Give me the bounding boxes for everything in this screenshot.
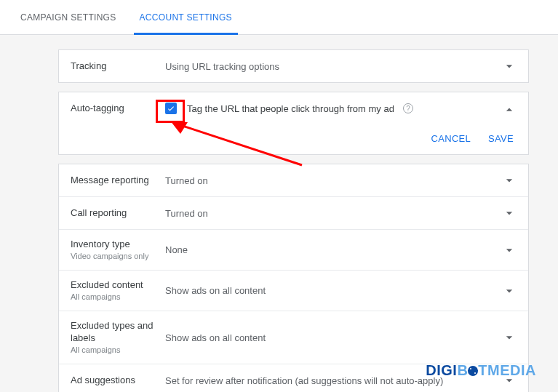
setting-row[interactable]: Message reportingTurned on	[59, 164, 528, 197]
setting-row-value: Turned on	[165, 175, 502, 186]
setting-row-label: Excluded types and labelsAll campaigns	[71, 320, 165, 355]
setting-row-label: Inventory typeVideo campaigns only	[71, 239, 165, 261]
auto-tagging-panel: Auto-tagging Tag the URL that people cli…	[58, 92, 529, 155]
tracking-value: Using URL tracking options	[165, 61, 502, 72]
setting-row[interactable]: Call reportingTurned on	[59, 197, 528, 230]
digibotmedia-logo: DIGIBTMEDIA	[426, 362, 536, 379]
logo-text-tmedia: TMEDIA	[478, 362, 536, 378]
setting-row-label: Message reporting	[71, 175, 165, 187]
setting-row-sublabel: All campaigns	[71, 292, 165, 302]
chevron-down-icon	[502, 173, 517, 188]
settings-tabs: Campaign Settings Account Settings	[0, 0, 558, 35]
setting-row[interactable]: Excluded types and labelsAll campaignsSh…	[59, 311, 528, 364]
tab-account-settings[interactable]: Account Settings	[128, 0, 244, 35]
auto-tagging-checkbox-label: Tag the URL that people click through fr…	[187, 103, 394, 114]
setting-row-sublabel: All campaigns	[71, 345, 165, 355]
cancel-button[interactable]: Cancel	[431, 133, 471, 144]
other-settings-panel: Message reportingTurned onCall reporting…	[58, 164, 529, 392]
tracking-label: Tracking	[71, 60, 165, 73]
setting-row[interactable]: Excluded contentAll campaignsShow ads on…	[59, 271, 528, 311]
settings-content: Tracking Using URL tracking options Auto…	[0, 35, 558, 392]
setting-row-label: Excluded contentAll campaigns	[71, 279, 165, 302]
tracking-panel: Tracking Using URL tracking options	[58, 49, 529, 83]
chevron-down-icon	[502, 243, 517, 257]
tracking-row[interactable]: Tracking Using URL tracking options	[59, 50, 528, 82]
chevron-up-icon[interactable]	[502, 103, 517, 117]
setting-row-value: Show ads on all content	[165, 285, 502, 296]
chevron-down-icon	[502, 59, 517, 73]
setting-row-label: Ad suggestions	[71, 375, 165, 387]
setting-row-sublabel: Video campaigns only	[71, 251, 165, 261]
logo-text-digi: DIGI	[426, 362, 457, 378]
auto-tagging-checkbox[interactable]	[165, 103, 177, 114]
help-icon[interactable]: ?	[403, 103, 413, 113]
setting-row[interactable]: Inventory typeVideo campaigns onlyNone	[59, 230, 528, 271]
chevron-down-icon	[502, 284, 517, 298]
chevron-down-icon	[502, 206, 517, 220]
setting-row-value: Show ads on all content	[165, 332, 502, 343]
setting-row-value: None	[165, 244, 502, 255]
logo-text-b: B	[457, 362, 468, 378]
auto-tagging-label: Auto-tagging	[71, 103, 165, 115]
logo-dot-icon	[468, 366, 478, 376]
setting-row-label: Call reporting	[71, 207, 165, 220]
tab-campaign-settings[interactable]: Campaign Settings	[9, 0, 128, 35]
check-icon	[167, 104, 175, 113]
chevron-down-icon	[502, 330, 517, 345]
setting-row-value: Turned on	[165, 208, 502, 219]
save-button[interactable]: Save	[488, 133, 514, 144]
auto-tagging-actions: Cancel Save	[59, 123, 528, 154]
